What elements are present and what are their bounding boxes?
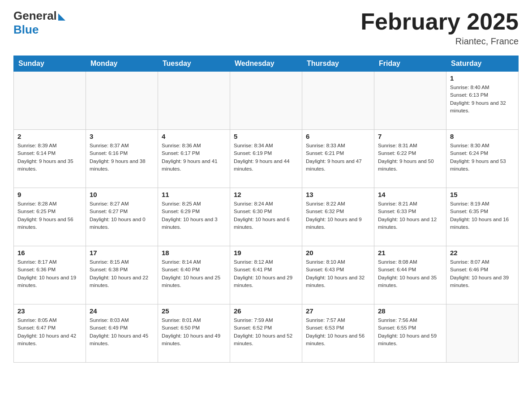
calendar-week-row: 1Sunrise: 8:40 AMSunset: 6:13 PMDaylight…	[14, 72, 519, 130]
calendar-table: Sunday Monday Tuesday Wednesday Thursday…	[13, 56, 519, 363]
day-number: 27	[306, 307, 370, 315]
month-title: February 2025	[360, 9, 519, 34]
col-monday: Monday	[86, 56, 158, 72]
page-header: General Blue February 2025 Riantec, Fran…	[13, 9, 519, 47]
table-row: 25Sunrise: 8:01 AMSunset: 6:50 PMDayligh…	[158, 304, 230, 363]
day-number: 24	[90, 307, 154, 315]
day-number: 18	[162, 249, 226, 257]
table-row: 14Sunrise: 8:21 AMSunset: 6:33 PMDayligh…	[374, 188, 446, 246]
day-info: Sunrise: 8:39 AMSunset: 6:14 PMDaylight:…	[17, 142, 82, 173]
day-number: 4	[162, 133, 226, 140]
day-info: Sunrise: 8:31 AMSunset: 6:22 PMDaylight:…	[378, 142, 442, 173]
col-wednesday: Wednesday	[230, 56, 302, 72]
day-info: Sunrise: 8:12 AMSunset: 6:41 PMDaylight:…	[234, 258, 298, 289]
day-info: Sunrise: 7:56 AMSunset: 6:55 PMDaylight:…	[378, 317, 442, 347]
day-number: 3	[90, 133, 154, 140]
day-number: 2	[17, 133, 82, 140]
table-row: 26Sunrise: 7:59 AMSunset: 6:52 PMDayligh…	[230, 304, 302, 363]
calendar-week-row: 2Sunrise: 8:39 AMSunset: 6:14 PMDaylight…	[14, 130, 519, 188]
day-number: 19	[234, 249, 298, 257]
day-number: 11	[162, 191, 226, 198]
day-info: Sunrise: 8:27 AMSunset: 6:27 PMDaylight:…	[90, 200, 154, 231]
day-number: 21	[378, 249, 442, 257]
day-number: 20	[306, 249, 370, 257]
day-number: 7	[378, 133, 442, 140]
day-info: Sunrise: 8:17 AMSunset: 6:36 PMDaylight:…	[17, 258, 82, 289]
table-row: 2Sunrise: 8:39 AMSunset: 6:14 PMDaylight…	[14, 130, 86, 188]
day-number: 8	[450, 133, 515, 140]
day-info: Sunrise: 8:19 AMSunset: 6:35 PMDaylight:…	[450, 200, 515, 231]
table-row: 12Sunrise: 8:24 AMSunset: 6:30 PMDayligh…	[230, 188, 302, 246]
day-info: Sunrise: 8:15 AMSunset: 6:38 PMDaylight:…	[90, 258, 154, 289]
day-info: Sunrise: 7:57 AMSunset: 6:53 PMDaylight:…	[306, 317, 370, 347]
day-info: Sunrise: 8:03 AMSunset: 6:49 PMDaylight:…	[90, 317, 154, 347]
day-number: 9	[17, 191, 82, 198]
table-row	[374, 72, 446, 130]
day-info: Sunrise: 8:24 AMSunset: 6:30 PMDaylight:…	[234, 200, 298, 231]
table-row: 1Sunrise: 8:40 AMSunset: 6:13 PMDaylight…	[446, 72, 519, 130]
table-row: 11Sunrise: 8:25 AMSunset: 6:29 PMDayligh…	[158, 188, 230, 246]
table-row: 5Sunrise: 8:34 AMSunset: 6:19 PMDaylight…	[230, 130, 302, 188]
table-row: 22Sunrise: 8:07 AMSunset: 6:46 PMDayligh…	[446, 246, 519, 304]
day-info: Sunrise: 8:14 AMSunset: 6:40 PMDaylight:…	[162, 258, 226, 289]
day-info: Sunrise: 8:36 AMSunset: 6:17 PMDaylight:…	[162, 142, 226, 173]
calendar-week-row: 16Sunrise: 8:17 AMSunset: 6:36 PMDayligh…	[14, 246, 519, 304]
day-info: Sunrise: 8:05 AMSunset: 6:47 PMDaylight:…	[17, 317, 82, 347]
title-block: February 2025 Riantec, France	[360, 9, 519, 47]
col-saturday: Saturday	[446, 56, 519, 72]
calendar-week-row: 23Sunrise: 8:05 AMSunset: 6:47 PMDayligh…	[14, 304, 519, 363]
col-thursday: Thursday	[302, 56, 374, 72]
day-info: Sunrise: 8:21 AMSunset: 6:33 PMDaylight:…	[378, 200, 442, 231]
table-row: 13Sunrise: 8:22 AMSunset: 6:32 PMDayligh…	[302, 188, 374, 246]
day-info: Sunrise: 8:34 AMSunset: 6:19 PMDaylight:…	[234, 142, 298, 173]
day-number: 1	[450, 74, 515, 82]
logo-blue-text: Blue	[13, 23, 65, 37]
day-info: Sunrise: 8:10 AMSunset: 6:43 PMDaylight:…	[306, 258, 370, 289]
day-number: 22	[450, 249, 515, 257]
location-text: Riantec, France	[360, 36, 519, 47]
day-number: 23	[17, 307, 82, 315]
table-row: 24Sunrise: 8:03 AMSunset: 6:49 PMDayligh…	[86, 304, 158, 363]
table-row: 17Sunrise: 8:15 AMSunset: 6:38 PMDayligh…	[86, 246, 158, 304]
table-row: 28Sunrise: 7:56 AMSunset: 6:55 PMDayligh…	[374, 304, 446, 363]
table-row: 10Sunrise: 8:27 AMSunset: 6:27 PMDayligh…	[86, 188, 158, 246]
table-row: 18Sunrise: 8:14 AMSunset: 6:40 PMDayligh…	[158, 246, 230, 304]
day-info: Sunrise: 8:07 AMSunset: 6:46 PMDaylight:…	[450, 258, 515, 289]
table-row: 23Sunrise: 8:05 AMSunset: 6:47 PMDayligh…	[14, 304, 86, 363]
table-row: 3Sunrise: 8:37 AMSunset: 6:16 PMDaylight…	[86, 130, 158, 188]
table-row: 4Sunrise: 8:36 AMSunset: 6:17 PMDaylight…	[158, 130, 230, 188]
table-row: 27Sunrise: 7:57 AMSunset: 6:53 PMDayligh…	[302, 304, 374, 363]
day-number: 28	[378, 307, 442, 315]
day-number: 14	[378, 191, 442, 198]
table-row: 15Sunrise: 8:19 AMSunset: 6:35 PMDayligh…	[446, 188, 519, 246]
table-row	[302, 72, 374, 130]
table-row: 9Sunrise: 8:28 AMSunset: 6:25 PMDaylight…	[14, 188, 86, 246]
day-info: Sunrise: 8:33 AMSunset: 6:21 PMDaylight:…	[306, 142, 370, 173]
logo-arrow-icon	[58, 13, 65, 21]
col-tuesday: Tuesday	[158, 56, 230, 72]
day-info: Sunrise: 8:08 AMSunset: 6:44 PMDaylight:…	[378, 258, 442, 289]
table-row	[446, 304, 519, 363]
day-number: 25	[162, 307, 226, 315]
day-number: 13	[306, 191, 370, 198]
day-number: 12	[234, 191, 298, 198]
day-number: 26	[234, 307, 298, 315]
day-info: Sunrise: 8:25 AMSunset: 6:29 PMDaylight:…	[162, 200, 226, 231]
day-number: 5	[234, 133, 298, 140]
day-info: Sunrise: 7:59 AMSunset: 6:52 PMDaylight:…	[234, 317, 298, 347]
table-row: 8Sunrise: 8:30 AMSunset: 6:24 PMDaylight…	[446, 130, 519, 188]
col-friday: Friday	[374, 56, 446, 72]
day-info: Sunrise: 8:37 AMSunset: 6:16 PMDaylight:…	[90, 142, 154, 173]
day-info: Sunrise: 8:01 AMSunset: 6:50 PMDaylight:…	[162, 317, 226, 347]
day-number: 16	[17, 249, 82, 257]
table-row: 21Sunrise: 8:08 AMSunset: 6:44 PMDayligh…	[374, 246, 446, 304]
table-row	[14, 72, 86, 130]
table-row: 20Sunrise: 8:10 AMSunset: 6:43 PMDayligh…	[302, 246, 374, 304]
day-info: Sunrise: 8:30 AMSunset: 6:24 PMDaylight:…	[450, 142, 515, 173]
calendar-week-row: 9Sunrise: 8:28 AMSunset: 6:25 PMDaylight…	[14, 188, 519, 246]
logo: General Blue	[13, 9, 65, 37]
day-number: 10	[90, 191, 154, 198]
table-row	[86, 72, 158, 130]
table-row: 7Sunrise: 8:31 AMSunset: 6:22 PMDaylight…	[374, 130, 446, 188]
calendar-header-row: Sunday Monday Tuesday Wednesday Thursday…	[14, 56, 519, 72]
